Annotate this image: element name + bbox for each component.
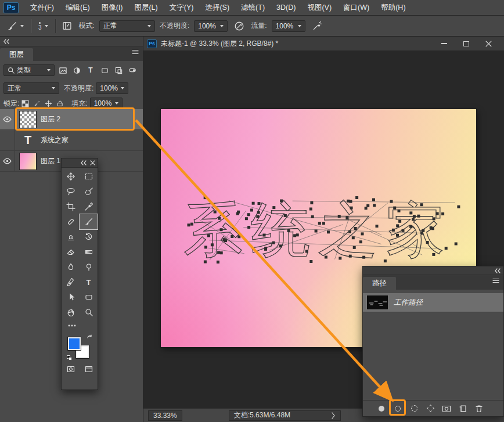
layer-row-layer2[interactable]: 图层 2 (0, 109, 143, 130)
brush-tool[interactable] (80, 214, 98, 229)
filter-smart-objects-icon[interactable] (113, 64, 124, 76)
type-tool[interactable]: T (80, 275, 98, 290)
layer-name[interactable]: 图层 1 (41, 156, 60, 166)
visibility-toggle[interactable] (0, 151, 15, 171)
collapse-panel-icon[interactable] (3, 39, 9, 44)
layer-filter-select[interactable]: 类型 (3, 64, 55, 76)
menu-file[interactable]: 文件(F) (24, 0, 60, 16)
layer-filter-toggle[interactable] (127, 64, 138, 76)
screen-mode-button[interactable] (80, 362, 98, 377)
mode-select[interactable]: 正常 (99, 20, 155, 32)
airbrush-icon[interactable] (310, 19, 324, 33)
edit-toolbar-button[interactable] (62, 320, 98, 331)
move-tool[interactable] (62, 169, 80, 184)
work-path-name[interactable]: 工作路径 (394, 298, 423, 308)
default-colors-icon[interactable] (67, 355, 72, 360)
panel-menu-icon[interactable] (131, 49, 139, 57)
opacity-select[interactable]: 100% (194, 20, 228, 32)
menu-filter[interactable]: 滤镜(T) (235, 0, 271, 16)
gradient-layer-thumbnail[interactable] (19, 153, 37, 170)
minimize-icon (441, 43, 447, 44)
brush-size-preset[interactable]: 3 (36, 22, 51, 30)
menu-layer[interactable]: 图层(L) (128, 0, 163, 16)
quick-mask-button[interactable] (62, 362, 80, 377)
swap-colors-icon[interactable] (87, 334, 92, 342)
work-path-row[interactable]: 工作路径 (363, 293, 503, 312)
path-thumbnail[interactable] (366, 295, 388, 310)
path-selection-tool[interactable] (62, 290, 80, 305)
document-info[interactable]: 文档:5.63M/6.48M (229, 410, 341, 421)
filter-pixel-layers-icon[interactable] (57, 64, 69, 76)
lasso-tool[interactable] (62, 184, 80, 199)
menu-type[interactable]: 文字(Y) (164, 0, 200, 16)
tab-layers[interactable]: 图层 (0, 48, 33, 61)
layer-thumbnail[interactable] (19, 111, 37, 128)
collapse-panel-icon[interactable] (494, 268, 501, 273)
eraser-tool[interactable] (62, 244, 80, 259)
tool-preset-picker[interactable] (5, 21, 26, 31)
menu-3d[interactable]: 3D(D) (271, 0, 301, 16)
lock-pixels-icon[interactable] (31, 98, 42, 109)
text-layer-thumbnail[interactable]: T (19, 132, 37, 149)
maximize-button[interactable] (460, 39, 473, 48)
menu-view[interactable]: 视图(V) (301, 0, 337, 16)
delete-path-button[interactable] (474, 404, 484, 413)
filter-shape-layers-icon[interactable] (99, 64, 110, 76)
foreground-color-swatch[interactable] (68, 337, 81, 350)
collapse-panel-icon[interactable] (80, 160, 87, 165)
hand-tool[interactable] (62, 305, 80, 320)
menu-help[interactable]: 帮助(H) (375, 0, 411, 16)
minimize-button[interactable] (438, 39, 451, 48)
tab-paths[interactable]: 路径 (363, 277, 396, 290)
visibility-toggle[interactable] (0, 109, 15, 129)
layer-row-text[interactable]: T 系统之家 (0, 130, 143, 151)
menu-edit[interactable]: 编辑(E) (60, 0, 96, 16)
close-button[interactable] (482, 39, 495, 48)
close-icon[interactable] (90, 160, 95, 165)
zoom-tool[interactable] (80, 305, 98, 320)
panel-menu-icon[interactable] (492, 277, 500, 286)
layer-name[interactable]: 图层 2 (41, 114, 60, 124)
rectangular-marquee-tool[interactable] (80, 169, 98, 184)
menu-image[interactable]: 图像(I) (96, 0, 129, 16)
stroke-path-button[interactable] (393, 404, 402, 413)
quick-selection-tool[interactable] (80, 184, 98, 199)
shape-tool[interactable] (80, 290, 98, 305)
lock-transparency-icon[interactable] (19, 98, 31, 109)
spot-healing-brush-tool[interactable] (62, 214, 80, 229)
pen-pressure-opacity-icon[interactable] (232, 19, 246, 33)
status-chevron-icon[interactable] (331, 412, 336, 419)
load-path-as-selection-button[interactable] (409, 404, 419, 413)
zoom-level[interactable]: 33.33% (148, 410, 182, 421)
clone-stamp-tool[interactable] (62, 229, 80, 244)
visibility-toggle[interactable] (0, 130, 15, 150)
blur-tool[interactable] (62, 259, 80, 275)
crop-tool[interactable] (62, 199, 80, 214)
fill-select[interactable]: 100% (90, 98, 123, 109)
fill-path-button[interactable] (377, 404, 386, 413)
filter-adjustment-layers-icon[interactable] (71, 64, 82, 76)
photoshop-app: Ps 文件(F) 编辑(E) 图像(I) 图层(L) 文字(Y) 选择(S) 滤… (0, 0, 504, 422)
menu-window[interactable]: 窗口(W) (337, 0, 375, 16)
toggle-brush-settings-icon[interactable] (60, 19, 74, 33)
make-work-path-button[interactable] (426, 404, 435, 413)
photoshop-logo[interactable]: Ps (3, 2, 19, 13)
add-mask-button[interactable] (442, 404, 451, 413)
new-path-button[interactable] (458, 404, 467, 413)
flow-select[interactable]: 100% (272, 20, 305, 32)
document-titlebar[interactable]: Ps 未标题-1 @ 33.3% (图层 2, RGB/8#) * (143, 37, 504, 51)
filter-type-layers-icon[interactable]: T (85, 64, 96, 76)
lock-all-icon[interactable] (54, 98, 66, 109)
gradient-tool[interactable] (80, 244, 98, 259)
pen-tool[interactable] (62, 275, 80, 290)
layer-opacity-select[interactable]: 100% (96, 82, 128, 94)
eyedropper-tool[interactable] (80, 199, 98, 214)
paths-panel-header[interactable] (363, 266, 503, 275)
history-brush-tool[interactable] (80, 229, 98, 244)
layer-name[interactable]: 系统之家 (41, 135, 69, 145)
lock-position-icon[interactable] (42, 98, 54, 109)
blend-mode-select[interactable]: 正常 (3, 82, 59, 94)
tools-panel-header[interactable] (62, 158, 98, 168)
menu-select[interactable]: 选择(S) (199, 0, 235, 16)
dodge-tool[interactable] (80, 259, 98, 275)
